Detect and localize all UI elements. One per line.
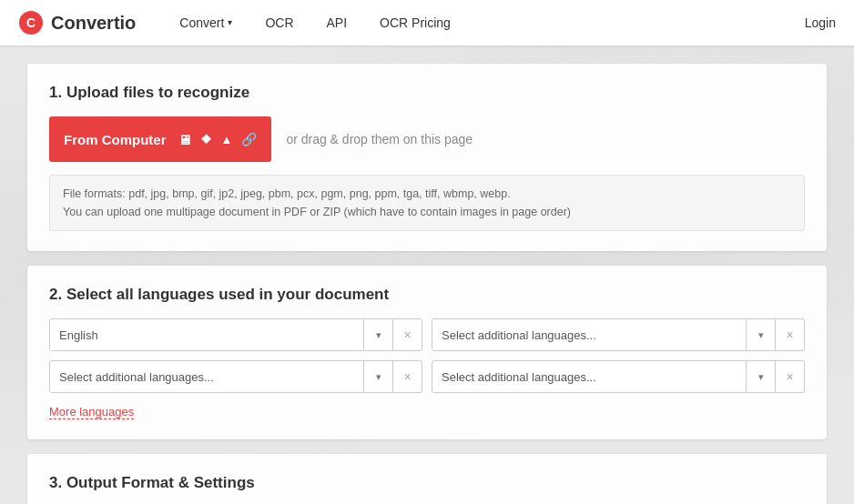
svg-text:C: C	[26, 15, 36, 30]
more-languages-link[interactable]: More languages	[49, 405, 134, 419]
header: C Convertio Convert ▾ OCR API OCR Pricin…	[0, 0, 854, 45]
lang-dropdown-btn-4[interactable]: ▾	[747, 360, 776, 393]
logo[interactable]: C Convertio	[18, 10, 136, 35]
language-section: 2. Select all languages used in your doc…	[27, 266, 827, 439]
dropbox-icon: ❖	[200, 132, 212, 146]
lang-dropdown-btn-2[interactable]: ▾	[747, 318, 776, 351]
output-section: 3. Output Format & Settings Microsoft Wo…	[27, 454, 827, 504]
nav-api[interactable]: API	[310, 0, 364, 45]
language-row-1: English French German Spanish ▾ ×	[49, 318, 422, 351]
lang-dropdown-btn-3[interactable]: ▾	[364, 360, 393, 393]
upload-button-label: From Computer	[64, 132, 167, 147]
lang-dropdown-btn-1[interactable]: ▾	[364, 318, 393, 351]
chevron-down-icon: ▾	[228, 0, 232, 45]
link-icon: 🔗	[241, 132, 257, 146]
login-button[interactable]: Login	[805, 15, 836, 30]
language-select-3[interactable]: Select additional languages... French Ge…	[49, 360, 364, 393]
language-select-1[interactable]: English French German Spanish	[49, 318, 364, 351]
language-select-4[interactable]: Select additional languages... French Ge…	[432, 360, 747, 393]
language-row-4: Select additional languages... French Ge…	[432, 360, 805, 393]
upload-area: From Computer 🖥 ❖ ▲ 🔗 or drag & drop the…	[49, 116, 805, 162]
upload-section: 1. Upload files to recognize From Comput…	[27, 64, 827, 251]
language-title: 2. Select all languages used in your doc…	[49, 286, 805, 304]
main-content: 1. Upload files to recognize From Comput…	[0, 45, 854, 504]
output-title: 3. Output Format & Settings	[49, 474, 805, 492]
language-row-3: Select additional languages... French Ge…	[49, 360, 422, 393]
language-row-2: Select additional languages... French Ge…	[432, 318, 805, 351]
language-grid: English French German Spanish ▾ × Select…	[49, 318, 805, 393]
upload-icon-group: 🖥 ❖ ▲ 🔗	[178, 132, 258, 147]
nav-convert[interactable]: Convert ▾	[163, 0, 249, 45]
lang-clear-btn-1[interactable]: ×	[393, 318, 422, 351]
main-nav: Convert ▾ OCR API OCR Pricing	[163, 0, 804, 45]
lang-clear-btn-2[interactable]: ×	[776, 318, 805, 351]
lang-clear-btn-4[interactable]: ×	[776, 360, 805, 393]
logo-icon: C	[18, 10, 44, 35]
file-formats-info: File formats: pdf, jpg, bmp, gif, jp2, j…	[49, 175, 805, 231]
gdrive-icon: ▲	[221, 133, 233, 146]
nav-ocr-pricing[interactable]: OCR Pricing	[363, 0, 467, 45]
logo-text: Convertio	[51, 13, 136, 34]
upload-title: 1. Upload files to recognize	[49, 84, 805, 102]
nav-ocr[interactable]: OCR	[249, 0, 310, 45]
upload-button[interactable]: From Computer 🖥 ❖ ▲ 🔗	[49, 116, 271, 162]
drag-drop-text: or drag & drop them on this page	[286, 132, 473, 146]
language-select-2[interactable]: Select additional languages... French Ge…	[432, 318, 747, 351]
monitor-icon: 🖥	[178, 132, 191, 147]
lang-clear-btn-3[interactable]: ×	[393, 360, 422, 393]
